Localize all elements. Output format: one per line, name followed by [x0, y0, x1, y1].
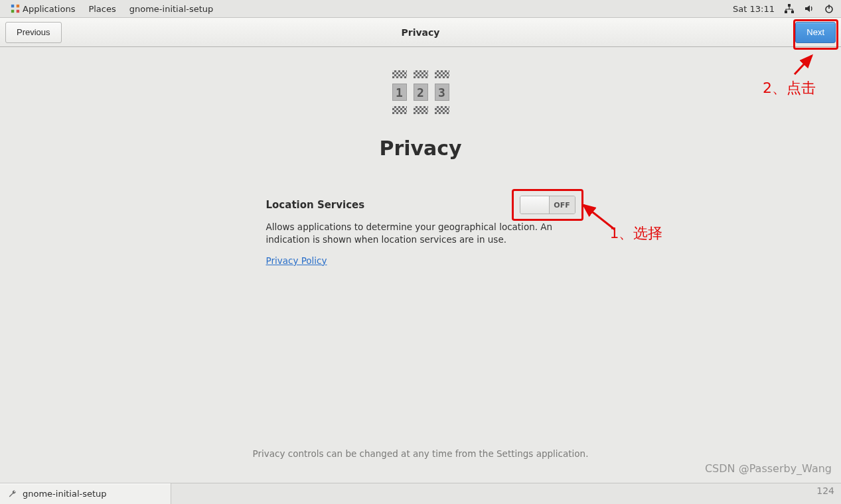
svg-line-9 [583, 205, 615, 229]
svg-rect-0 [11, 5, 14, 7]
applications-label: Applications [23, 4, 75, 14]
annotation-arrow-1 [578, 200, 618, 233]
taskbar-item-label: gnome-initial-setup [23, 489, 107, 499]
main-content: 1 2 3 Privacy Location Services OFF Allo… [0, 47, 841, 483]
svg-rect-4 [788, 4, 791, 7]
bottom-taskbar: gnome-initial-setup [0, 483, 841, 504]
svg-rect-2 [11, 10, 14, 13]
headerbar: Previous Privacy Next [0, 18, 841, 47]
wrench-icon [8, 489, 17, 499]
applications-menu[interactable]: Applications [4, 0, 82, 18]
previous-button[interactable]: Previous [5, 22, 62, 43]
header-title: Privacy [402, 27, 440, 38]
center-column: 1 2 3 Privacy Location Services OFF Allo… [265, 68, 577, 267]
svg-rect-5 [785, 11, 787, 13]
activities-icon [11, 4, 20, 13]
places-label: Places [88, 4, 115, 14]
network-icon[interactable] [784, 3, 795, 14]
top-panel: Applications Places gnome-initial-setup … [0, 0, 841, 18]
svg-rect-6 [791, 11, 794, 13]
footer-note: Privacy controls can be changed at any t… [253, 448, 589, 459]
top-panel-right: Sat 13:11 [733, 3, 837, 14]
svg-rect-3 [17, 10, 19, 13]
location-services-description: Allows applications to determine your ge… [266, 221, 575, 246]
privacy-policy-link[interactable]: Privacy Policy [266, 255, 327, 266]
priv-num-3: 3 [435, 84, 449, 101]
focused-app-menu[interactable]: gnome-initial-setup [123, 0, 220, 18]
watermark: CSDN @Passerby_Wang [705, 462, 832, 475]
clock-label[interactable]: Sat 13:11 [733, 4, 775, 14]
page-title: Privacy [265, 137, 577, 160]
location-services-label: Location Services [266, 199, 365, 211]
places-menu[interactable]: Places [82, 0, 122, 18]
taskbar-item-gnome-initial-setup[interactable]: gnome-initial-setup [0, 483, 171, 504]
focused-app-label: gnome-initial-setup [129, 4, 214, 14]
annotation-text-1: 1、选择 [610, 223, 663, 243]
location-services-row: Location Services OFF [266, 196, 575, 214]
location-services-switch[interactable]: OFF [520, 196, 575, 214]
top-panel-left: Applications Places gnome-initial-setup [4, 0, 220, 18]
privacy-icon: 1 2 3 [392, 70, 449, 114]
switch-handle [520, 196, 550, 214]
power-icon[interactable] [824, 3, 834, 14]
svg-rect-1 [17, 5, 19, 7]
switch-state-label: OFF [550, 196, 575, 214]
priv-num-2: 2 [414, 84, 428, 101]
priv-num-1: 1 [392, 84, 407, 101]
location-services-block: Location Services OFF Allows application… [265, 196, 577, 267]
next-button[interactable]: Next [795, 22, 836, 43]
volume-icon[interactable] [804, 3, 814, 14]
